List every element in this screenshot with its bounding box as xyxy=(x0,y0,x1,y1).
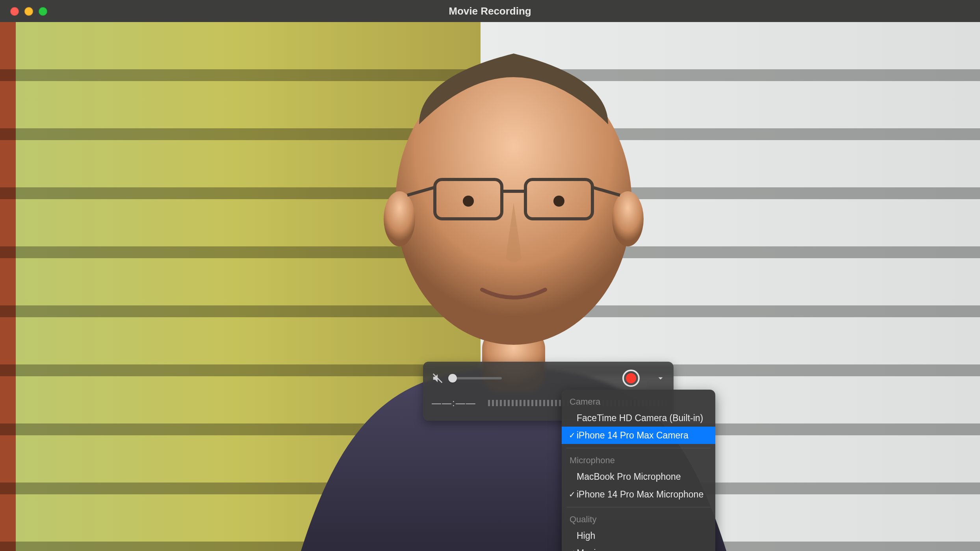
menu-item-label: MacBook Pro Microphone xyxy=(577,470,681,483)
menu-header-camera: Camera xyxy=(562,394,715,409)
microphone-option[interactable]: ✓iPhone 14 Pro Max Microphone xyxy=(562,486,715,503)
svg-rect-4 xyxy=(435,179,502,219)
menu-header-microphone: Microphone xyxy=(562,452,715,468)
timecode-display: ――:―― xyxy=(432,398,476,409)
microphone-option[interactable]: ✓MacBook Pro Microphone xyxy=(562,468,715,485)
menu-header-quality: Quality xyxy=(562,511,715,527)
camera-option[interactable]: ✓iPhone 14 Pro Max Camera xyxy=(562,427,715,444)
minimize-window-button[interactable] xyxy=(24,7,33,16)
quality-option[interactable]: ✓Maximum xyxy=(562,544,715,551)
quality-option[interactable]: ✓High xyxy=(562,527,715,544)
record-button[interactable] xyxy=(622,370,640,387)
menu-item-label: iPhone 14 Pro Max Microphone xyxy=(577,488,703,501)
window-titlebar: Movie Recording xyxy=(0,0,980,22)
close-window-button[interactable] xyxy=(10,7,19,16)
window-title: Movie Recording xyxy=(449,5,531,17)
preview-volume-slider[interactable] xyxy=(450,377,502,379)
menu-item-label: High xyxy=(577,529,595,542)
traffic-lights xyxy=(10,7,47,16)
menu-separator xyxy=(566,448,711,448)
menu-item-label: Maximum xyxy=(577,547,616,551)
zoom-window-button[interactable] xyxy=(39,7,47,16)
svg-point-9 xyxy=(463,196,474,207)
options-menu-button[interactable] xyxy=(655,373,666,383)
checkmark-icon: ✓ xyxy=(567,547,577,551)
svg-rect-5 xyxy=(525,179,592,219)
menu-separator xyxy=(566,507,711,507)
checkmark-icon: ✓ xyxy=(567,489,577,500)
svg-point-3 xyxy=(612,191,644,246)
svg-point-10 xyxy=(553,196,564,207)
camera-preview: ――:―― Camera ✓FaceTime HD Camera (Built-… xyxy=(0,22,980,551)
svg-point-2 xyxy=(384,191,415,246)
menu-item-label: iPhone 14 Pro Max Camera xyxy=(577,429,689,442)
svg-line-7 xyxy=(407,187,435,195)
options-menu: Camera ✓FaceTime HD Camera (Built-in)✓iP… xyxy=(562,390,715,551)
menu-item-label: FaceTime HD Camera (Built-in) xyxy=(577,412,703,424)
svg-point-1 xyxy=(395,61,632,345)
volume-thumb[interactable] xyxy=(448,374,457,383)
record-dot-icon xyxy=(626,373,636,383)
camera-option[interactable]: ✓FaceTime HD Camera (Built-in) xyxy=(562,409,715,427)
mute-icon[interactable] xyxy=(432,372,444,384)
svg-line-8 xyxy=(592,187,620,195)
checkmark-icon: ✓ xyxy=(567,430,577,441)
